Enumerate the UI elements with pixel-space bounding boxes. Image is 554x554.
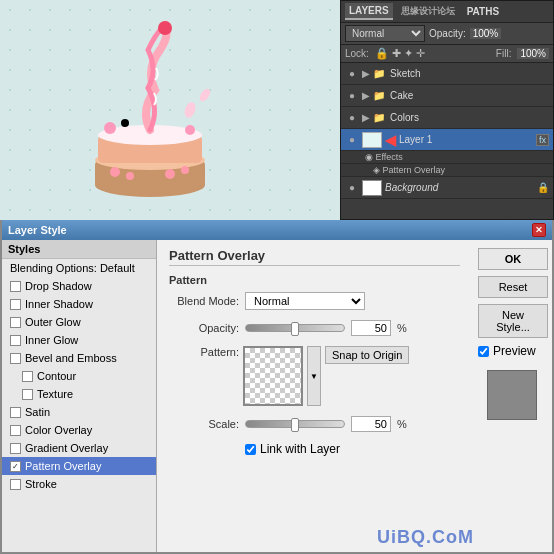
eye-icon[interactable]: ● [345, 133, 359, 147]
pattern-overlay-item[interactable]: Pattern Overlay [2, 457, 156, 475]
stroke-checkbox[interactable] [10, 479, 21, 490]
styles-panel: Styles Blending Options: Default Drop Sh… [2, 240, 157, 552]
opacity-unit: % [397, 322, 407, 334]
texture-checkbox[interactable] [22, 389, 33, 400]
gradient-overlay-checkbox[interactable] [10, 443, 21, 454]
blend-mode-row: Normal Opacity: 100% [341, 23, 553, 45]
close-button[interactable]: ✕ [532, 223, 546, 237]
subsection-title: Pattern [169, 274, 460, 286]
dialog-body: Styles Blending Options: Default Drop Sh… [2, 240, 552, 552]
layers-panel: LAYERS 思缘设计论坛 PATHS Normal Opacity: 100%… [340, 0, 554, 220]
inner-glow-checkbox[interactable] [10, 335, 21, 346]
scale-label: Scale: [169, 418, 239, 430]
outer-glow-item[interactable]: Outer Glow [2, 313, 156, 331]
layer-1[interactable]: ● ◀ Layer 1 fx [341, 129, 553, 151]
opacity-input[interactable] [351, 320, 391, 336]
preview-label: Preview [493, 344, 536, 358]
scale-input[interactable] [351, 416, 391, 432]
link-layer-label: Link with Layer [260, 442, 340, 456]
pattern-overlay-content: Pattern Overlay Pattern Blend Mode: Norm… [157, 240, 472, 552]
bevel-emboss-item[interactable]: Bevel and Emboss [2, 349, 156, 367]
svg-point-5 [110, 167, 120, 177]
texture-item[interactable]: Texture [2, 385, 156, 403]
eye-icon[interactable]: ● [345, 89, 359, 103]
fx-badge: fx [536, 134, 549, 146]
color-overlay-checkbox[interactable] [10, 425, 21, 436]
new-style-button[interactable]: New Style... [478, 304, 548, 338]
ok-button[interactable]: OK [478, 248, 548, 270]
svg-point-9 [158, 21, 172, 35]
svg-point-11 [185, 125, 195, 135]
layer-thumbnail [362, 180, 382, 196]
eye-icon[interactable]: ● [345, 181, 359, 195]
link-layer-checkbox[interactable] [245, 444, 256, 455]
blend-mode-select[interactable]: Normal [345, 25, 425, 42]
preview-thumbnail [487, 370, 537, 420]
svg-point-10 [104, 122, 116, 134]
pattern-dropdown-button[interactable]: ▼ [307, 346, 321, 406]
pattern-preview[interactable] [243, 346, 303, 406]
lock-icon: 🔒 [537, 182, 549, 193]
svg-point-7 [165, 169, 175, 179]
svg-point-6 [126, 172, 134, 180]
contour-item[interactable]: Contour [2, 367, 156, 385]
preview-checkbox[interactable] [478, 346, 489, 357]
satin-checkbox[interactable] [10, 407, 21, 418]
opacity-field-label: Opacity: [169, 322, 239, 334]
svg-point-14 [198, 87, 213, 103]
gradient-overlay-item[interactable]: Gradient Overlay [2, 439, 156, 457]
pattern-field: Pattern: ▼ Snap to Origin [169, 346, 460, 406]
scale-field: Scale: % [169, 416, 460, 432]
paths-tab[interactable]: PATHS [463, 4, 503, 19]
svg-point-12 [121, 119, 129, 127]
canvas-area [0, 0, 340, 220]
opacity-slider-thumb[interactable] [291, 322, 299, 336]
scale-slider-container [245, 420, 345, 428]
drop-shadow-item[interactable]: Drop Shadow [2, 277, 156, 295]
opacity-label: Opacity: 100% [429, 28, 501, 39]
opacity-field: Opacity: % [169, 320, 460, 336]
stroke-item[interactable]: Stroke [2, 475, 156, 493]
link-layer-row: Link with Layer [245, 442, 460, 456]
svg-point-13 [183, 101, 198, 119]
selection-arrow: ◀ [385, 132, 396, 148]
blending-options-item[interactable]: Blending Options: Default [2, 259, 156, 277]
effects-sublayer: ◉ Effects [341, 151, 553, 164]
layer-thumbnail [362, 132, 382, 148]
styles-list: Blending Options: Default Drop Shadow In… [2, 259, 156, 493]
layer-sketch[interactable]: ● ▶ 📁 Sketch [341, 63, 553, 85]
satin-item[interactable]: Satin [2, 403, 156, 421]
eye-icon[interactable]: ● [345, 111, 359, 125]
layer-colors[interactable]: ● ▶ 📁 Colors [341, 107, 553, 129]
pattern-label: Pattern: [169, 346, 239, 358]
blend-mode-field-select[interactable]: Normal [245, 292, 365, 310]
preview-row: Preview [478, 344, 546, 358]
bevel-emboss-checkbox[interactable] [10, 353, 21, 364]
scale-slider-thumb[interactable] [291, 418, 299, 432]
pattern-overlay-sublayer: ◈ Pattern Overlay [341, 164, 553, 177]
opacity-slider[interactable] [245, 324, 345, 332]
inner-shadow-checkbox[interactable] [10, 299, 21, 310]
scale-unit: % [397, 418, 407, 430]
layer-cake[interactable]: ● ▶ 📁 Cake [341, 85, 553, 107]
blend-mode-field-label: Blend Mode: [169, 295, 239, 307]
outer-glow-checkbox[interactable] [10, 317, 21, 328]
scale-slider[interactable] [245, 420, 345, 428]
layers-tab[interactable]: LAYERS [345, 3, 393, 20]
drop-shadow-checkbox[interactable] [10, 281, 21, 292]
opacity-slider-container [245, 324, 345, 332]
color-overlay-item[interactable]: Color Overlay [2, 421, 156, 439]
section-title: Pattern Overlay [169, 248, 460, 266]
watermark: UiBQ.CoM [377, 527, 474, 548]
reset-button[interactable]: Reset [478, 276, 548, 298]
snap-to-origin-button[interactable]: Snap to Origin [325, 346, 409, 364]
inner-glow-item[interactable]: Inner Glow [2, 331, 156, 349]
layer-style-dialog: Layer Style ✕ Styles Blending Options: D… [0, 220, 554, 554]
pattern-overlay-checkbox[interactable] [10, 461, 21, 472]
inner-shadow-item[interactable]: Inner Shadow [2, 295, 156, 313]
layer-background[interactable]: ● Background 🔒 [341, 177, 553, 199]
contour-checkbox[interactable] [22, 371, 33, 382]
blend-mode-field: Blend Mode: Normal [169, 292, 460, 310]
cake-illustration [50, 20, 250, 220]
eye-icon[interactable]: ● [345, 67, 359, 81]
